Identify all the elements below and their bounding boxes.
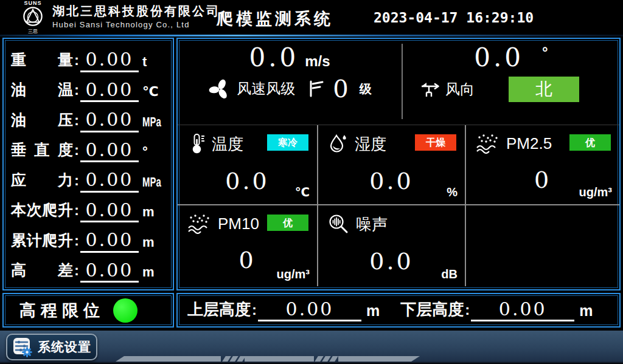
logo-top-text: SUNS	[16, 1, 50, 6]
upper-height-colon: :	[252, 303, 257, 317]
metric-colon: :	[74, 83, 79, 97]
metric-value-field: 0.00	[80, 49, 139, 72]
sensor-cell-pm25: PM2.5 优 0 ug/m³	[466, 125, 619, 205]
dust-icon	[476, 133, 500, 154]
sansi-logo-icon	[23, 6, 43, 27]
sensor-cell-empty	[466, 205, 619, 286]
metric-unit: m	[142, 205, 167, 219]
wind-speed-value: 0.0	[249, 45, 299, 70]
elevation-limit-label: 高程限位	[19, 300, 105, 321]
metric-label: 油压	[11, 112, 73, 128]
wind-section: 0.0 m/s 风速风级	[178, 39, 619, 124]
wind-direction-label: 风向	[445, 80, 475, 99]
sensor-unit: %	[447, 185, 458, 199]
status-badge-good: 优	[569, 134, 611, 151]
footer-decor-stripe	[116, 356, 221, 362]
sensor-cell-noise: 噪声 0.0 dB	[318, 205, 466, 286]
company-logo: SUNS 三思	[16, 1, 50, 34]
wind-level-value: 0	[333, 77, 349, 101]
metric-value-field: 0.00	[80, 260, 139, 283]
metric-unit: °	[142, 145, 167, 159]
lower-height-field: 0.00	[471, 299, 574, 322]
metric-value-field: 0.00	[80, 170, 139, 193]
sensor-value: 0.0	[318, 170, 465, 193]
company-name-cn: 湖北三思科技股份有限公司	[52, 4, 220, 18]
metric-value: 0.00	[86, 229, 134, 250]
header: SUNS 三思 湖北三思科技股份有限公司 Hubei Sansi Technol…	[0, 0, 623, 35]
sensor-cell-humidity: 湿度 干燥 0.0 %	[318, 125, 466, 205]
status-badge-dry: 干燥	[415, 134, 456, 151]
company-name-en: Hubei Sansi Technology Co., Ltd	[52, 20, 220, 30]
wind-speed-section: 0.0 m/s 风速风级	[178, 39, 402, 124]
upper-height-unit: m	[366, 303, 380, 318]
wind-direction-badge: 北	[509, 77, 579, 102]
wind-speed-unit: m/s	[305, 53, 330, 70]
metric-unit: MPa	[142, 115, 159, 129]
noise-icon	[328, 213, 350, 235]
metric-row-height-diff: 高差: 0.00 m	[11, 256, 167, 283]
metric-label: 油温	[11, 82, 73, 97]
metric-unit: m	[142, 236, 167, 249]
upper-height-value: 0.00	[286, 298, 334, 320]
metric-unit: MPa	[142, 176, 159, 189]
metric-colon: :	[74, 203, 79, 218]
metric-value-field: 0.00	[80, 200, 139, 223]
company-name: 湖北三思科技股份有限公司 Hubei Sansi Technology Co.,…	[52, 4, 220, 30]
fan-icon	[207, 77, 232, 101]
settings-button[interactable]: 系统设置	[6, 334, 97, 360]
metric-label: 高差	[11, 263, 73, 278]
metric-unit: m	[142, 266, 167, 279]
wind-speed-label: 风速风级	[237, 79, 295, 98]
upper-height-field: 0.00	[258, 299, 361, 322]
metric-value-field: 0.00	[80, 109, 139, 132]
page-title: 爬模监测系统	[217, 8, 333, 30]
metric-row-oil-temp: 油温: 0.00 ℃	[11, 75, 167, 102]
logo-bottom-text: 三思	[16, 29, 50, 34]
metric-unit: t	[142, 55, 167, 69]
metric-row-weight: 重量: 0.00 t	[11, 46, 167, 72]
dust-icon	[187, 213, 212, 234]
metric-row-oil-pressure: 油压: 0.00 MPa	[11, 106, 167, 132]
header-divider	[0, 35, 623, 36]
metric-value: 0.00	[86, 139, 134, 160]
settings-label: 系统设置	[38, 338, 91, 355]
status-badge-cold: 寒冷	[267, 134, 308, 151]
lower-height-colon: :	[465, 303, 470, 317]
lower-height-label: 下层高度	[400, 301, 464, 317]
metric-colon: :	[74, 233, 79, 248]
metrics-panel: 重量: 0.00 t 油温: 0.00 ℃ 油压: 0.00 MPa 垂直度: …	[2, 38, 174, 290]
sensor-unit: ℃	[295, 185, 310, 199]
metric-row-verticality: 垂直度: 0.00 °	[11, 136, 167, 162]
elevation-limit-box: 高程限位	[2, 293, 174, 328]
sensor-unit: ug/m³	[579, 185, 612, 199]
wind-direction-unit: °	[542, 45, 548, 60]
lower-height-unit: m	[579, 303, 593, 318]
droplet-icon	[328, 133, 349, 155]
lower-height-value: 0.00	[499, 298, 547, 320]
upper-height-label: 上层高度	[187, 301, 251, 317]
environment-panel: 0.0 m/s 风速风级	[176, 38, 621, 290]
climbing-formwork-monitor-screen: SUNS 三思 湖北三思科技股份有限公司 Hubei Sansi Technol…	[0, 0, 623, 364]
sensor-label: PM2.5	[506, 134, 552, 153]
metric-colon: :	[74, 143, 79, 157]
metric-value-field: 0.00	[80, 230, 139, 253]
footer-decor-stripe	[245, 356, 314, 362]
metric-label: 累计爬升	[11, 233, 73, 248]
wind-direction-section: 0.0 ° 风向 北	[403, 39, 619, 124]
metric-colon: :	[74, 173, 79, 188]
metric-colon: :	[74, 53, 79, 67]
sensor-label: PM10	[218, 215, 259, 233]
metric-row-total-climb: 累计爬升: 0.00 m	[11, 226, 167, 253]
sensor-label: 噪声	[356, 214, 388, 235]
metric-row-current-climb: 本次爬升: 0.00 m	[11, 196, 167, 222]
footer-decor-stripe	[338, 356, 420, 362]
metric-value: 0.00	[86, 199, 134, 221]
wind-direction-value: 0.0	[474, 45, 524, 70]
sensor-label: 温度	[212, 134, 243, 155]
metric-value: 0.00	[86, 79, 134, 100]
metric-value: 0.00	[86, 109, 134, 130]
sensor-label: 湿度	[355, 134, 386, 155]
sensor-grid: 温度 寒冷 0.0 ℃ 湿度 干燥	[178, 125, 619, 286]
metric-value: 0.00	[86, 49, 134, 70]
metric-label: 本次爬升	[11, 202, 73, 218]
